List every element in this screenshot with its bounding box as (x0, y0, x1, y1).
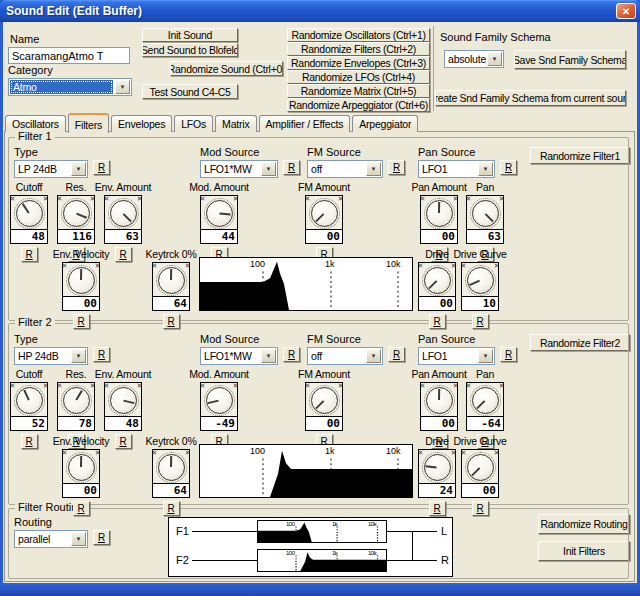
dropdown-arrow-icon[interactable]: ▼ (115, 80, 130, 94)
randomize-matrix-button[interactable]: Randomize Matrix (Ctrl+5) (287, 84, 430, 98)
knob-f1-env-velocity-value: 00 (63, 296, 99, 310)
routing-right-label: R (441, 554, 449, 566)
knob-f2-res-label: Res. (66, 368, 87, 380)
graph-tick: 100 (250, 446, 265, 456)
routing-left-label: L (441, 525, 447, 537)
knob-f1-fm-amount-dial[interactable]: 00 (305, 195, 343, 244)
knob-f1-env-amount-dial[interactable]: 63 (104, 195, 142, 244)
graph-tick: 10k (386, 446, 401, 456)
close-button[interactable]: ✕ (616, 3, 636, 19)
create-schema-button[interactable]: Create Snd Family Schema from current so… (435, 90, 626, 106)
title-bar[interactable]: Sound Edit (Edit Buffer) (0, 0, 640, 22)
knob-f2-pan-dial[interactable]: -64 (466, 382, 504, 431)
knob-f1-env-velocity-reset-button[interactable]: R (73, 314, 90, 329)
tab-filters[interactable]: Filters (68, 113, 109, 133)
name-input[interactable] (8, 47, 130, 64)
category-select-combo[interactable]: Atmo▼ (8, 78, 132, 96)
knob-f2-env-velocity[interactable]: Env. Velocity00R (46, 435, 116, 516)
routing-f1-mini-graph: 100 1k 10k (257, 520, 387, 543)
knob-f1-keytrack-dial[interactable]: 64 (152, 262, 190, 311)
knob-f1-keytrack-value: 64 (153, 296, 189, 310)
tab-oscillators[interactable]: Oscillators (5, 115, 66, 132)
knob-f1-fm-amount[interactable]: FM Amount00R (289, 181, 359, 262)
routing-line (192, 531, 257, 532)
knob-f2-pan-label: Pan (476, 368, 494, 380)
knob-f2-drive-curve-reset-button[interactable]: R (472, 501, 489, 516)
routing-line (192, 560, 257, 561)
tab-lfos[interactable]: LFOs (174, 115, 213, 132)
knob-f1-keytrack[interactable]: Keytrck 0%64R (136, 248, 206, 329)
knob-f1-env-amount-reset-button[interactable]: R (115, 247, 132, 262)
knob-f2-mod-amount-label: Mod. Amount (189, 368, 249, 380)
name-label: Name (10, 33, 39, 45)
knob-f1-env-amount-label: Env. Amount (95, 181, 152, 193)
knob-f2-drive-curve[interactable]: Drive Curve00R (445, 435, 515, 516)
knob-f2-keytrack[interactable]: Keytrck 0%64R (136, 435, 206, 516)
graph-tick: 100 (250, 259, 265, 269)
close-icon: ✕ (622, 6, 630, 17)
randomize-envelopes-button[interactable]: Randomize Envelopes (Ctrl+3) (287, 56, 430, 70)
knob-f1-cutoff-label: Cutoff (16, 181, 43, 193)
knob-f2-drive-curve-value: 00 (462, 483, 498, 497)
save-schema-button[interactable]: Save Snd Family Schema (514, 50, 626, 69)
tab-matrix[interactable]: Matrix (215, 115, 256, 132)
knob-f2-fm-amount[interactable]: FM Amount00R (289, 368, 359, 449)
knob-f1-drive-curve[interactable]: Drive Curve10R (445, 248, 515, 329)
knob-f2-env-amount-dial[interactable]: 48 (104, 382, 142, 431)
filter1-response-graph: 100 1k 10k (199, 257, 413, 311)
knob-f1-pan-value: 63 (467, 229, 503, 243)
knob-f2-env-velocity-reset-button[interactable]: R (73, 501, 90, 516)
category-select-value: Atmo (10, 80, 113, 94)
filter2-response-graph: 100 1k 10k (199, 444, 413, 498)
randomize-filters-button[interactable]: Randomize Filters (Ctrl+2) (287, 42, 430, 56)
category-select[interactable]: CategoryAtmo▼ (8, 64, 132, 96)
graph-tick: 1k (332, 521, 337, 527)
randomize-oscillators-button[interactable]: Randomize Oscillators (Ctrl+1) (287, 28, 430, 42)
knob-f2-drive-curve-dial[interactable]: 00 (461, 449, 499, 498)
knob-f2-fm-amount-label: FM Amount (298, 368, 350, 380)
knob-f1-keytrack-reset-button[interactable]: R (163, 314, 180, 329)
knob-f1-res-label: Res. (66, 181, 87, 193)
tab-arpeggiator[interactable]: Arpeggiator (352, 115, 418, 132)
routing-f2-label: F2 (176, 554, 189, 566)
knob-f1-cutoff-reset-button[interactable]: R (21, 247, 38, 262)
routing-f1-label: F1 (176, 525, 189, 537)
tab-envelopes[interactable]: Envelopes (111, 115, 172, 132)
knob-f1-env-velocity-dial[interactable]: 00 (62, 262, 100, 311)
knob-f1-pan-dial[interactable]: 63 (466, 195, 504, 244)
knob-f2-mod-amount-dial[interactable]: -49 (200, 382, 238, 431)
schema-select[interactable]: absoluternd▼ (444, 50, 504, 68)
knob-f1-drive-curve-reset-button[interactable]: R (472, 314, 489, 329)
knob-f2-keytrack-label: Keytrck 0% (145, 435, 196, 447)
knob-f2-fm-amount-dial[interactable]: 00 (305, 382, 343, 431)
window-border-bottom (0, 583, 640, 596)
knob-f1-mod-amount-dial[interactable]: 44 (200, 195, 238, 244)
graph-tick: 1k (325, 259, 335, 269)
knob-f2-keytrack-reset-button[interactable]: R (163, 501, 180, 516)
knob-f1-env-velocity[interactable]: Env. Velocity00R (46, 248, 116, 329)
schema-select-value: absoluternd (445, 53, 486, 65)
schema-select-combo[interactable]: absoluternd▼ (444, 50, 504, 68)
knob-f1-mod-amount-value: 44 (201, 229, 237, 243)
tab-amplifier-effects[interactable]: Amplifier / Effects (259, 115, 351, 132)
test-sound-button[interactable]: Test Sound C4-C5 (142, 84, 238, 99)
knob-f1-drive-reset-button[interactable]: R (429, 314, 446, 329)
randomize-lfos-button[interactable]: Randomize LFOs (Ctrl+4) (287, 70, 430, 84)
knob-f1-pan-label: Pan (476, 181, 494, 193)
randomize-sound-button[interactable]: Randomize Sound (Ctrl+0) (170, 61, 283, 76)
knob-f2-keytrack-dial[interactable]: 64 (152, 449, 190, 498)
graph-tick: 1k (325, 446, 335, 456)
knob-f1-drive-curve-dial[interactable]: 10 (461, 262, 499, 311)
knob-f2-env-velocity-dial[interactable]: 00 (62, 449, 100, 498)
knob-f1-env-velocity-label: Env. Velocity (53, 248, 110, 260)
knob-f2-fm-amount-value: 00 (306, 416, 342, 430)
knob-f2-drive-reset-button[interactable]: R (429, 501, 446, 516)
init-sound-button[interactable]: Init Sound (142, 28, 238, 42)
tab-strip: OscillatorsFiltersEnvelopesLFOsMatrixAmp… (5, 112, 420, 132)
dropdown-arrow-icon[interactable]: ▼ (487, 52, 502, 66)
randomize-arpeggiator-button[interactable]: Randomize Arpeggiator (Ctrl+6) (287, 98, 430, 112)
knob-f2-env-amount-reset-button[interactable]: R (115, 434, 132, 449)
knob-f2-cutoff-reset-button[interactable]: R (21, 434, 38, 449)
knob-f1-env-amount-value: 63 (105, 229, 141, 243)
send-sound-button[interactable]: Send Sound to Blofeld (142, 43, 238, 57)
